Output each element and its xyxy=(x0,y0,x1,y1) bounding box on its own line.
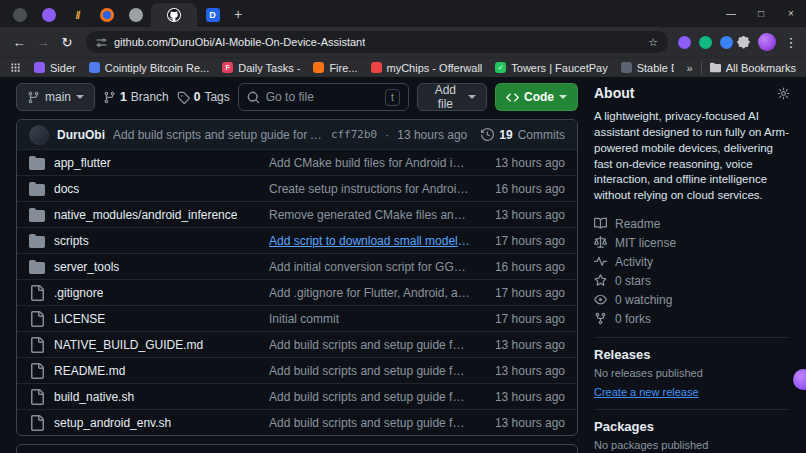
file-row[interactable]: docsCreate setup instructions for Androi… xyxy=(17,175,577,201)
create-release-link[interactable]: Create a new release xyxy=(594,386,699,398)
go-to-file-input[interactable]: Go to file t xyxy=(238,83,409,111)
back-button[interactable]: ← xyxy=(8,35,30,50)
file-name-link[interactable]: setup_android_env.sh xyxy=(54,416,171,430)
file-commit-message-link[interactable]: Initial commit xyxy=(269,312,479,326)
file-row[interactable]: .gitignoreAdd .gitignore for Flutter, An… xyxy=(17,279,577,305)
file-row[interactable]: LICENSEInitial commit17 hours ago xyxy=(17,305,577,331)
bookmark-item[interactable]: Fire... xyxy=(313,62,357,74)
pulse-icon xyxy=(594,255,607,268)
bookmark-favicon-icon: ✓ xyxy=(495,62,506,73)
file-commit-message-link[interactable]: Add script to download small model with … xyxy=(269,234,479,248)
tab-mit-license[interactable]: MIT license xyxy=(119,445,220,453)
bookmark-item[interactable]: Sider xyxy=(34,62,76,74)
profile-avatar[interactable] xyxy=(758,33,776,51)
extension-icon[interactable] xyxy=(699,36,712,49)
close-button[interactable]: × xyxy=(776,8,806,19)
code-button-label: Code xyxy=(524,90,554,104)
pinned-tab-gamepad[interactable] xyxy=(122,3,149,27)
bookmark-label: Stable Diffusion Onl... xyxy=(637,62,674,74)
about-book-link[interactable]: Readme xyxy=(594,214,790,233)
file-commit-message-link[interactable]: Add initial conversion script for GGUF f… xyxy=(269,260,479,274)
about-eye-link[interactable]: 0 watching xyxy=(594,290,790,309)
all-bookmarks-button[interactable]: All Bookmarks xyxy=(710,62,796,74)
file-name-link[interactable]: server_tools xyxy=(54,260,119,274)
file-commit-message-link[interactable]: Add build scripts and setup guide for An… xyxy=(269,416,479,430)
file-name-cell: NATIVE_BUILD_GUIDE.md xyxy=(29,337,269,353)
browser-menu-icon[interactable]: ⋮ xyxy=(784,35,798,50)
file-row[interactable]: server_toolsAdd initial conversion scrip… xyxy=(17,253,577,279)
extension-icon[interactable] xyxy=(720,36,733,49)
file-name-link[interactable]: scripts xyxy=(54,234,89,248)
pinned-tab-1[interactable] xyxy=(6,3,33,27)
bookmarks-overflow-button[interactable]: » xyxy=(687,62,693,74)
maximize-button[interactable]: □ xyxy=(746,8,776,19)
bookmark-item[interactable]: ✓Towers | FaucetPay xyxy=(495,62,607,74)
file-row[interactable]: app_flutterAdd CMake build files for And… xyxy=(17,149,577,175)
commit-history-link[interactable]: 19 Commits xyxy=(481,128,565,142)
pinned-tab-pens[interactable]: // xyxy=(64,3,91,27)
file-commit-message-link[interactable]: Add CMake build files for Android infere… xyxy=(269,156,479,170)
pinned-tab-sider[interactable] xyxy=(35,3,62,27)
file-commit-message-link[interactable]: Add .gitignore for Flutter, Android, and… xyxy=(269,286,479,300)
file-commit-message-link[interactable]: Remove generated CMake files and build a… xyxy=(269,208,479,222)
file-name-link[interactable]: docs xyxy=(54,182,79,196)
commit-author-avatar[interactable] xyxy=(29,125,49,145)
branch-icon xyxy=(27,91,40,104)
tab-readme[interactable]: README xyxy=(23,445,115,453)
bookmark-item[interactable]: Cointiply Bitcoin Re... xyxy=(89,62,210,74)
file-row[interactable]: native_modules/android_inferenceRemove g… xyxy=(17,201,577,227)
branch-selector-button[interactable]: main xyxy=(16,83,95,111)
file-commit-message-link[interactable]: Create setup instructions for Android an… xyxy=(269,182,479,196)
file-row[interactable]: setup_android_env.shAdd build scripts an… xyxy=(17,409,577,435)
bookmark-star-icon[interactable]: ☆ xyxy=(648,36,658,49)
gear-icon[interactable] xyxy=(777,87,790,100)
file-commit-message-link[interactable]: Add build scripts and setup guide for An… xyxy=(269,390,479,404)
commit-count-label: Commits xyxy=(518,128,565,142)
about-star-link[interactable]: 0 stars xyxy=(594,271,790,290)
file-name-link[interactable]: LICENSE xyxy=(54,312,105,326)
file-name-link[interactable]: build_native.sh xyxy=(54,390,134,404)
file-name-link[interactable]: app_flutter xyxy=(54,156,111,170)
tab-d[interactable]: D xyxy=(199,3,226,27)
commit-sha-link[interactable]: cff72b0 xyxy=(331,128,377,141)
site-settings-icon[interactable] xyxy=(96,37,107,48)
add-file-button[interactable]: Add file xyxy=(417,83,487,111)
bookmark-item[interactable]: Stable Diffusion Onl... xyxy=(621,62,674,74)
minimize-button[interactable]: — xyxy=(716,8,746,19)
about-pulse-link[interactable]: Activity xyxy=(594,252,790,271)
file-row[interactable]: build_native.shAdd build scripts and set… xyxy=(17,383,577,409)
file-icon xyxy=(29,311,45,327)
bookmark-item[interactable]: myChips - Offerwall xyxy=(371,62,483,74)
file-name-link[interactable]: .gitignore xyxy=(54,286,103,300)
branches-link[interactable]: 1 Branch xyxy=(103,90,169,104)
file-row[interactable]: scriptsAdd script to download small mode… xyxy=(17,227,577,253)
pinned-tab-orange[interactable] xyxy=(93,3,120,27)
reload-button[interactable]: ↻ xyxy=(56,35,78,50)
about-links: ReadmeMIT licenseActivity0 stars0 watchi… xyxy=(594,214,790,328)
file-commit-message-link[interactable]: Add build scripts and setup guide for An… xyxy=(269,364,479,378)
tags-link[interactable]: 0 Tags xyxy=(177,90,230,104)
bookmark-item[interactable]: FDaily Tasks - xyxy=(222,62,300,74)
file-name-link[interactable]: NATIVE_BUILD_GUIDE.md xyxy=(54,338,203,352)
file-row[interactable]: README.mdAdd build scripts and setup gui… xyxy=(17,357,577,383)
file-name-link[interactable]: native_modules/android_inference xyxy=(54,208,237,222)
file-name-cell: scripts xyxy=(29,233,269,249)
extensions-puzzle-icon[interactable] xyxy=(737,36,750,49)
pinned-tab-pens-favicon-icon: // xyxy=(71,8,85,22)
about-link-label: Activity xyxy=(615,255,653,269)
file-name-link[interactable]: README.md xyxy=(54,364,125,378)
file-commit-message-link[interactable]: Add build scripts and setup guide for An… xyxy=(269,338,479,352)
about-fork-link[interactable]: 0 forks xyxy=(594,309,790,328)
new-tab-button[interactable]: + xyxy=(226,2,250,26)
commit-message-link[interactable]: Add build scripts and setup guide for An… xyxy=(113,128,323,142)
code-button[interactable]: Code xyxy=(495,83,578,111)
forward-button[interactable]: → xyxy=(32,35,54,50)
apps-grid-icon[interactable] xyxy=(10,62,21,73)
commit-author-name[interactable]: DuruObi xyxy=(57,128,105,142)
go-to-file-placeholder: Go to file xyxy=(266,90,314,104)
file-row[interactable]: NATIVE_BUILD_GUIDE.mdAdd build scripts a… xyxy=(17,331,577,357)
extension-icon[interactable] xyxy=(678,36,691,49)
address-bar[interactable]: github.com/DuruObi/AI-Mobile-On-Device-A… xyxy=(86,31,668,53)
about-law-link[interactable]: MIT license xyxy=(594,233,790,252)
tab-github[interactable] xyxy=(151,3,197,27)
